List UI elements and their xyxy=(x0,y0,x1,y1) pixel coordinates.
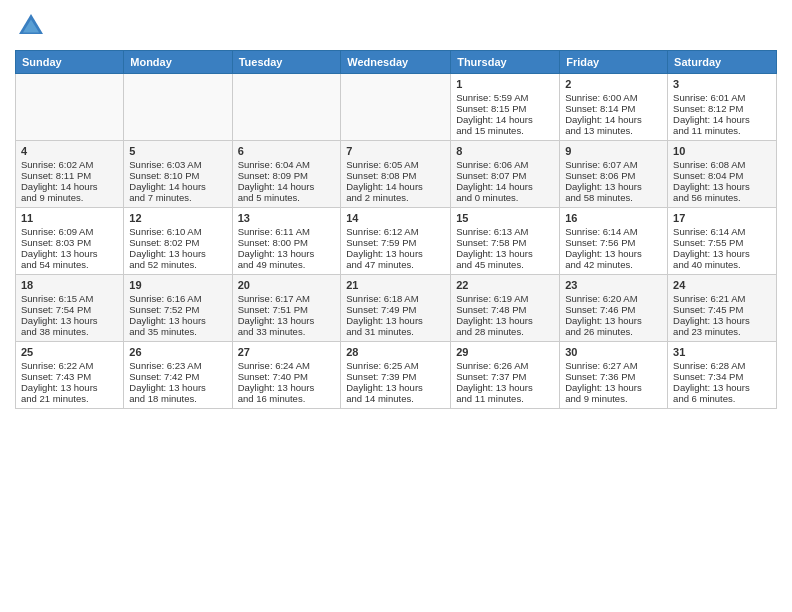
day-info-line: Sunrise: 6:07 AM xyxy=(565,159,662,170)
calendar-cell: 5Sunrise: 6:03 AMSunset: 8:10 PMDaylight… xyxy=(124,141,232,208)
day-info-line: Daylight: 13 hours xyxy=(456,315,554,326)
day-info-line: Sunset: 8:02 PM xyxy=(129,237,226,248)
calendar-cell: 21Sunrise: 6:18 AMSunset: 7:49 PMDayligh… xyxy=(341,275,451,342)
day-info-line: Daylight: 14 hours xyxy=(565,114,662,125)
day-info-line: Daylight: 14 hours xyxy=(129,181,226,192)
calendar-cell: 11Sunrise: 6:09 AMSunset: 8:03 PMDayligh… xyxy=(16,208,124,275)
day-number: 25 xyxy=(21,346,118,358)
day-info-line: Sunrise: 6:24 AM xyxy=(238,360,336,371)
day-info-line: and 52 minutes. xyxy=(129,259,226,270)
day-info-line: and 31 minutes. xyxy=(346,326,445,337)
calendar-week-1: 1Sunrise: 5:59 AMSunset: 8:15 PMDaylight… xyxy=(16,74,777,141)
calendar-cell: 12Sunrise: 6:10 AMSunset: 8:02 PMDayligh… xyxy=(124,208,232,275)
day-info-line: Sunset: 7:39 PM xyxy=(346,371,445,382)
calendar-header-saturday: Saturday xyxy=(668,51,777,74)
calendar-cell: 17Sunrise: 6:14 AMSunset: 7:55 PMDayligh… xyxy=(668,208,777,275)
calendar-cell: 24Sunrise: 6:21 AMSunset: 7:45 PMDayligh… xyxy=(668,275,777,342)
day-info-line: Daylight: 13 hours xyxy=(346,248,445,259)
logo xyxy=(15,10,51,42)
day-info-line: Sunset: 7:42 PM xyxy=(129,371,226,382)
day-info-line: Sunrise: 6:14 AM xyxy=(565,226,662,237)
day-info-line: Sunrise: 6:00 AM xyxy=(565,92,662,103)
calendar-cell: 16Sunrise: 6:14 AMSunset: 7:56 PMDayligh… xyxy=(560,208,668,275)
day-number: 8 xyxy=(456,145,554,157)
day-info-line: Daylight: 14 hours xyxy=(21,181,118,192)
day-number: 19 xyxy=(129,279,226,291)
day-info-line: Sunrise: 6:09 AM xyxy=(21,226,118,237)
calendar-header-wednesday: Wednesday xyxy=(341,51,451,74)
day-number: 31 xyxy=(673,346,771,358)
day-info-line: Sunset: 8:14 PM xyxy=(565,103,662,114)
day-number: 3 xyxy=(673,78,771,90)
day-info-line: Sunset: 7:56 PM xyxy=(565,237,662,248)
day-info-line: Sunset: 8:04 PM xyxy=(673,170,771,181)
day-info-line: and 13 minutes. xyxy=(565,125,662,136)
calendar-cell xyxy=(124,74,232,141)
day-info-line: Daylight: 14 hours xyxy=(456,181,554,192)
day-info-line: Sunrise: 6:25 AM xyxy=(346,360,445,371)
day-info-line: and 6 minutes. xyxy=(673,393,771,404)
day-info-line: Sunset: 7:37 PM xyxy=(456,371,554,382)
day-info-line: Sunset: 8:06 PM xyxy=(565,170,662,181)
day-info-line: and 38 minutes. xyxy=(21,326,118,337)
calendar-cell: 9Sunrise: 6:07 AMSunset: 8:06 PMDaylight… xyxy=(560,141,668,208)
calendar-cell: 1Sunrise: 5:59 AMSunset: 8:15 PMDaylight… xyxy=(451,74,560,141)
day-info-line: Sunset: 7:36 PM xyxy=(565,371,662,382)
day-info-line: Sunset: 7:58 PM xyxy=(456,237,554,248)
day-info-line: and 45 minutes. xyxy=(456,259,554,270)
day-info-line: and 54 minutes. xyxy=(21,259,118,270)
day-info-line: and 15 minutes. xyxy=(456,125,554,136)
day-info-line: and 35 minutes. xyxy=(129,326,226,337)
day-info-line: and 26 minutes. xyxy=(565,326,662,337)
day-info-line: and 9 minutes. xyxy=(565,393,662,404)
day-info-line: Sunset: 7:55 PM xyxy=(673,237,771,248)
calendar-header-thursday: Thursday xyxy=(451,51,560,74)
calendar: SundayMondayTuesdayWednesdayThursdayFrid… xyxy=(15,50,777,409)
day-number: 14 xyxy=(346,212,445,224)
day-info-line: Sunset: 8:03 PM xyxy=(21,237,118,248)
day-info-line: and 0 minutes. xyxy=(456,192,554,203)
calendar-week-5: 25Sunrise: 6:22 AMSunset: 7:43 PMDayligh… xyxy=(16,342,777,409)
calendar-header-monday: Monday xyxy=(124,51,232,74)
day-info-line: Sunrise: 6:23 AM xyxy=(129,360,226,371)
day-info-line: Sunrise: 6:27 AM xyxy=(565,360,662,371)
day-info-line: Daylight: 13 hours xyxy=(21,248,118,259)
day-info-line: Daylight: 14 hours xyxy=(346,181,445,192)
day-info-line: Daylight: 13 hours xyxy=(129,315,226,326)
day-number: 30 xyxy=(565,346,662,358)
day-info-line: Sunrise: 6:15 AM xyxy=(21,293,118,304)
day-info-line: Sunrise: 6:04 AM xyxy=(238,159,336,170)
calendar-cell: 28Sunrise: 6:25 AMSunset: 7:39 PMDayligh… xyxy=(341,342,451,409)
day-number: 29 xyxy=(456,346,554,358)
day-info-line: Sunset: 8:09 PM xyxy=(238,170,336,181)
calendar-cell: 7Sunrise: 6:05 AMSunset: 8:08 PMDaylight… xyxy=(341,141,451,208)
calendar-cell: 22Sunrise: 6:19 AMSunset: 7:48 PMDayligh… xyxy=(451,275,560,342)
day-number: 5 xyxy=(129,145,226,157)
calendar-header-tuesday: Tuesday xyxy=(232,51,341,74)
calendar-cell: 13Sunrise: 6:11 AMSunset: 8:00 PMDayligh… xyxy=(232,208,341,275)
day-info-line: Sunrise: 5:59 AM xyxy=(456,92,554,103)
day-info-line: Sunrise: 6:05 AM xyxy=(346,159,445,170)
day-info-line: Daylight: 13 hours xyxy=(238,382,336,393)
day-info-line: and 7 minutes. xyxy=(129,192,226,203)
day-number: 22 xyxy=(456,279,554,291)
day-info-line: Sunrise: 6:16 AM xyxy=(129,293,226,304)
calendar-cell: 2Sunrise: 6:00 AMSunset: 8:14 PMDaylight… xyxy=(560,74,668,141)
day-info-line: Sunset: 8:12 PM xyxy=(673,103,771,114)
day-number: 15 xyxy=(456,212,554,224)
day-info-line: Sunset: 7:45 PM xyxy=(673,304,771,315)
calendar-header-row: SundayMondayTuesdayWednesdayThursdayFrid… xyxy=(16,51,777,74)
calendar-cell xyxy=(232,74,341,141)
day-info-line: and 11 minutes. xyxy=(673,125,771,136)
day-number: 6 xyxy=(238,145,336,157)
day-info-line: Daylight: 13 hours xyxy=(346,315,445,326)
day-number: 9 xyxy=(565,145,662,157)
day-info-line: Sunrise: 6:28 AM xyxy=(673,360,771,371)
day-info-line: Daylight: 13 hours xyxy=(129,382,226,393)
day-info-line: Sunset: 8:10 PM xyxy=(129,170,226,181)
calendar-cell: 23Sunrise: 6:20 AMSunset: 7:46 PMDayligh… xyxy=(560,275,668,342)
day-info-line: Sunset: 7:48 PM xyxy=(456,304,554,315)
day-number: 20 xyxy=(238,279,336,291)
day-number: 11 xyxy=(21,212,118,224)
day-info-line: Sunset: 7:43 PM xyxy=(21,371,118,382)
